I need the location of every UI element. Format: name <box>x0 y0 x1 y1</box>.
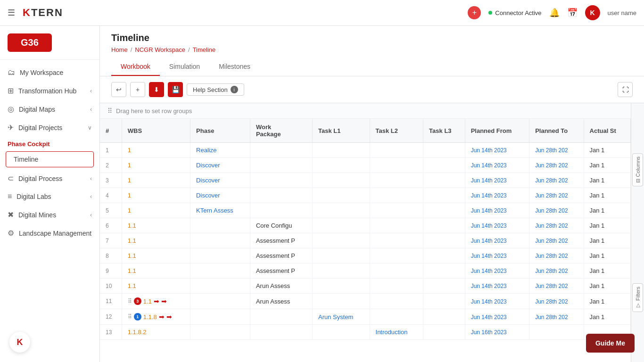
save-button[interactable]: 💾 <box>168 82 183 97</box>
cell-phase <box>190 279 250 294</box>
hamburger-icon[interactable]: ☰ <box>8 8 15 18</box>
table-header-row: # WBS Phase WorkPackage Task L1 Task L2 … <box>100 119 631 143</box>
sidebar-item-transformation-hub[interactable]: ⊞ Transformation Hub ‹ <box>0 82 99 100</box>
cell-num: 10 <box>100 279 122 294</box>
cell-wbs[interactable]: ⠿ 1 1.1.8 ➡ ➡ <box>122 309 190 325</box>
guide-me-button[interactable]: Guide Me <box>586 334 635 353</box>
cell-task-l3 <box>423 188 465 203</box>
cell-work-package: Assessment P <box>250 263 312 279</box>
cell-task-l1 <box>313 188 370 203</box>
content-area: Timeline Home / NCGR Workspace / Timelin… <box>100 26 644 362</box>
g36-badge: G36 <box>8 33 52 52</box>
connector-dot-icon <box>488 11 492 15</box>
drag-hint: ⠿ Drag here to set row groups <box>100 103 631 119</box>
cell-phase[interactable]: Discover <box>190 158 250 173</box>
cell-task-l1[interactable]: Arun System <box>313 309 370 325</box>
cell-task-l2 <box>370 263 423 279</box>
cell-phase[interactable]: Realize <box>190 143 250 158</box>
cell-actual-start: Jan 1 <box>584 294 630 309</box>
cell-phase[interactable]: KTern Assess <box>190 203 250 218</box>
bell-icon[interactable]: 🔔 <box>549 8 560 18</box>
chevron-left-icon: ‹ <box>90 193 92 200</box>
header-left: ☰ K TERN <box>8 7 63 19</box>
cell-num: 8 <box>100 248 122 263</box>
tab-milestones[interactable]: Milestones <box>209 58 260 76</box>
cell-work-package: Core Configu <box>250 218 312 233</box>
cell-task-l2 <box>370 279 423 294</box>
avatar[interactable]: K <box>585 5 600 20</box>
sidebar-item-digital-projects[interactable]: ✈ Digital Projects ∨ <box>0 118 99 137</box>
breadcrumb-current: Timeline <box>193 46 216 53</box>
sidebar-item-label: Digital Process <box>18 175 62 182</box>
help-section-button[interactable]: Help Section i <box>187 83 244 96</box>
cell-planned-from: Jun 14th 2023 <box>465 158 529 173</box>
cell-wbs[interactable]: 1.1 <box>122 218 190 233</box>
sidebar-item-digital-process[interactable]: ⊂ Digital Process ‹ <box>0 169 99 188</box>
breadcrumb: Home / NCGR Workspace / Timeline <box>111 46 633 53</box>
cell-phase[interactable]: Discover <box>190 188 250 203</box>
tab-workbook[interactable]: Workbook <box>111 58 160 76</box>
chevron-left-icon: ‹ <box>90 106 92 113</box>
cell-wbs[interactable]: ⠿ 3 1.1 ➡ ➡ <box>122 294 190 309</box>
cell-actual-start: Jan 1 <box>584 233 630 248</box>
logo-text: TERN <box>31 7 63 19</box>
cell-work-package <box>250 325 312 340</box>
undo-button[interactable]: ↩ <box>111 82 126 97</box>
toolbar-right: ⛶ <box>618 82 633 97</box>
add-row-button[interactable]: + <box>130 82 145 97</box>
k-fab-button[interactable]: K <box>9 332 30 353</box>
cell-task-l2[interactable]: Introduction <box>370 325 423 340</box>
calendar-icon[interactable]: 📅 <box>567 8 578 18</box>
sidebar-item-landscape-management[interactable]: ⚙ Landscape Management <box>0 224 99 242</box>
connector-status: Connector Active <box>488 9 541 16</box>
digital-labs-icon: ≡ <box>8 192 12 201</box>
sidebar-item-digital-labs[interactable]: ≡ Digital Labs ‹ <box>0 188 99 206</box>
add-button[interactable]: + <box>468 6 481 19</box>
cell-wbs[interactable]: 1.1 <box>122 248 190 263</box>
col-task-l1: Task L1 <box>313 119 370 143</box>
tab-simulation[interactable]: Simulation <box>160 58 209 76</box>
sidebar-item-timeline[interactable]: Timeline <box>6 151 94 167</box>
cell-wbs[interactable]: 1.1 <box>122 279 190 294</box>
cell-num: 11 <box>100 294 122 309</box>
cell-wbs[interactable]: 1 <box>122 188 190 203</box>
drag-hint-text: Drag here to set row groups <box>116 107 192 115</box>
cell-planned-to: Jun 28th 202 <box>529 294 584 309</box>
breadcrumb-home[interactable]: Home <box>111 46 128 53</box>
cell-wbs[interactable]: 1.1 <box>122 233 190 248</box>
sidebar-item-label: Digital Mines <box>18 211 56 219</box>
cell-phase <box>190 248 250 263</box>
sidebar-item-digital-mines[interactable]: ✖ Digital Mines ‹ <box>0 206 99 224</box>
cell-work-package <box>250 203 312 218</box>
cell-wbs[interactable]: 1.1.8.2 <box>122 325 190 340</box>
digital-process-icon: ⊂ <box>8 174 14 183</box>
cell-planned-to: Jun 28th 202 <box>529 173 584 188</box>
cell-task-l3 <box>423 325 465 340</box>
cell-num: 3 <box>100 173 122 188</box>
breadcrumb-workspace[interactable]: NCGR Workspace <box>135 46 185 53</box>
columns-panel-toggle[interactable]: ⊟ Columns <box>632 153 643 186</box>
cell-task-l3 <box>423 173 465 188</box>
cell-phase[interactable]: Discover <box>190 173 250 188</box>
expand-button[interactable]: ⛶ <box>618 82 633 97</box>
data-table: # WBS Phase WorkPackage Task L1 Task L2 … <box>100 119 631 340</box>
cell-wbs[interactable]: 1 <box>122 203 190 218</box>
download-button[interactable]: ⬇ <box>149 82 164 97</box>
cell-wbs[interactable]: 1 <box>122 158 190 173</box>
cell-planned-from: Jun 16th 2023 <box>465 325 529 340</box>
cell-wbs[interactable]: 1.1 <box>122 263 190 279</box>
cell-task-l2 <box>370 233 423 248</box>
chevron-down-icon: ∨ <box>88 124 92 131</box>
cell-actual-start: Jan 1 <box>584 248 630 263</box>
cell-wbs[interactable]: 1 <box>122 173 190 188</box>
cell-task-l2 <box>370 248 423 263</box>
cell-task-l2 <box>370 218 423 233</box>
filters-panel-toggle[interactable]: ▽ Filters <box>632 283 643 312</box>
chevron-left-icon: ‹ <box>90 212 92 218</box>
cell-wbs[interactable]: 1 <box>122 143 190 158</box>
cell-task-l1 <box>313 263 370 279</box>
sidebar-item-my-workspace[interactable]: 🗂 My Workspace <box>0 64 99 82</box>
sidebar-item-label: Landscape Management <box>19 230 91 237</box>
table-row: 21DiscoverJun 14th 2023Jun 28th 202Jan 1 <box>100 158 631 173</box>
sidebar-item-digital-maps[interactable]: ◎ Digital Maps ‹ <box>0 100 99 118</box>
